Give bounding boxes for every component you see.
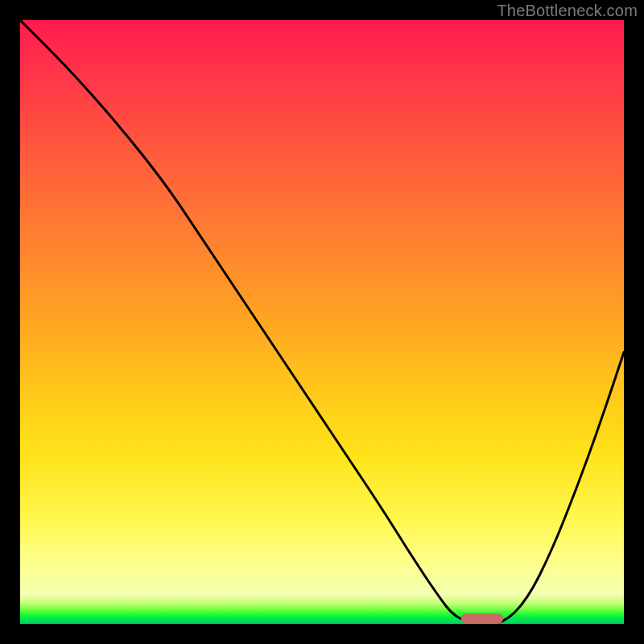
chart-svg bbox=[20, 20, 624, 624]
bottleneck-curve bbox=[20, 20, 624, 624]
attribution-label: TheBottleneck.com bbox=[497, 2, 638, 20]
optimal-range-marker bbox=[461, 613, 504, 624]
chart-frame: TheBottleneck.com bbox=[0, 0, 644, 644]
plot-area bbox=[20, 20, 624, 624]
